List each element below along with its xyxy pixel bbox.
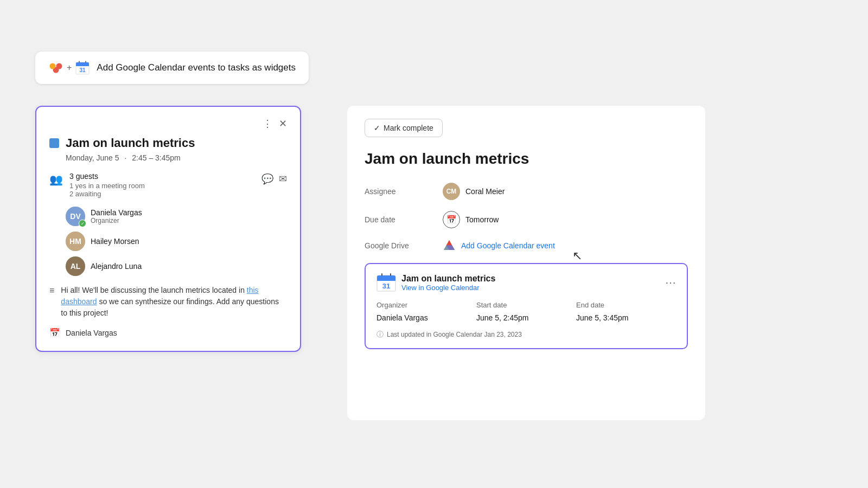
end-date-header: End date — [576, 301, 676, 309]
end-value: June 5, 3:45pm — [576, 313, 676, 322]
asana-icon — [48, 60, 63, 75]
widget-event-name: Jam on launch metrics — [401, 274, 495, 284]
event-color-indicator — [49, 138, 59, 148]
event-time: Monday, June 5 · 2:45 – 3:45pm — [66, 153, 287, 162]
due-date-value: 📅 Tomorrow — [443, 211, 499, 228]
mark-complete-button[interactable]: ✓ Mark complete — [365, 119, 443, 137]
guests-info: 3 guests 1 yes in a meeting room 2 await… — [69, 172, 255, 198]
right-panel: ✓ Mark complete Jam on launch metrics As… — [347, 106, 705, 420]
svg-rect-12 — [377, 279, 395, 281]
svg-point-2 — [56, 63, 62, 69]
start-value: June 5, 2:45pm — [476, 313, 576, 322]
start-date-header: Start date — [476, 301, 576, 309]
card-menu-icon[interactable]: ⋮ — [263, 118, 272, 130]
assignee-label: Assignee — [365, 187, 430, 196]
gcal-icon: 31 — [75, 60, 90, 75]
due-date-text: Tomorrow — [465, 215, 499, 224]
check-badge: ✓ — [79, 220, 86, 227]
mail-icon[interactable]: ✉ — [279, 173, 287, 185]
svg-text:31: 31 — [382, 282, 390, 290]
widget-title-row: 31 Jam on launch metrics View in Google … — [376, 273, 495, 292]
guests-sub2: 2 awaiting — [69, 190, 255, 198]
assignee-value: CM Coral Meier — [443, 183, 505, 200]
info-icon: ⓘ — [376, 330, 384, 339]
calendar-icon: 📅 — [49, 328, 60, 338]
gdrive-value: Add Google Calendar event ↖ — [443, 239, 555, 252]
cursor-indicator: ↖ — [572, 249, 582, 263]
attendee-name: Alejandro Luna — [91, 262, 142, 271]
attendee-name: Hailey Morsen — [91, 237, 139, 246]
gdrive-icon — [443, 239, 456, 252]
guests-sub1: 1 yes in a meeting room — [69, 182, 255, 190]
assignee-avatar: CM — [443, 183, 460, 200]
assignee-name: Coral Meier — [465, 187, 505, 196]
assignee-row: Assignee CM Coral Meier — [365, 183, 688, 200]
svg-text:31: 31 — [80, 67, 86, 73]
left-card: ⋮ ✕ Jam on launch metrics Monday, June 5… — [35, 106, 301, 352]
task-title: Jam on launch metrics — [365, 150, 688, 168]
attendee-name: Daniela Vargas — [91, 208, 142, 217]
calendar-creator: 📅 Daniela Vargas — [49, 328, 287, 338]
list-item: AL Alejandro Luna — [66, 256, 287, 276]
banner-text: Add Google Calendar events to tasks as w… — [97, 62, 296, 73]
guests-count: 3 guests — [69, 172, 255, 181]
svg-point-1 — [50, 63, 56, 69]
widget-footer: ⓘ Last updated in Google Calendar Jan 23… — [376, 330, 676, 339]
list-item: HM Hailey Morsen — [66, 232, 287, 251]
event-title-row: Jam on launch metrics — [49, 136, 287, 150]
widget-menu-icon[interactable]: ⋯ — [665, 276, 676, 289]
attendee-list: DV ✓ Daniela Vargas Organizer HM Hailey … — [66, 207, 287, 276]
card-header: ⋮ ✕ — [49, 118, 287, 130]
avatar: DV ✓ — [66, 207, 85, 226]
widget-table-header: Organizer Start date End date — [376, 301, 676, 309]
due-date-label: Due date — [365, 215, 430, 224]
avatar: HM — [66, 232, 85, 251]
guests-icon: 👥 — [49, 173, 63, 186]
attendee-role: Organizer — [91, 217, 142, 224]
guests-actions: 💬 ✉ — [261, 173, 287, 185]
calendar-due-icon: 📅 — [443, 211, 460, 228]
checkmark-icon: ✓ — [374, 124, 380, 132]
svg-rect-5 — [76, 65, 89, 66]
add-calendar-event-link[interactable]: Add Google Calendar event — [461, 241, 555, 250]
view-in-gcal-link[interactable]: View in Google Calendar — [401, 284, 495, 292]
plus-separator: + — [67, 63, 72, 73]
gdrive-row: Google Drive Add Google Calendar event ↖ — [365, 239, 688, 252]
description-section: ≡ Hi all! We'll be discussing the launch… — [49, 285, 287, 319]
calendar-event-widget: 31 Jam on launch metrics View in Google … — [365, 263, 688, 349]
widget-header: 31 Jam on launch metrics View in Google … — [376, 273, 676, 292]
widget-table: Organizer Start date End date Daniela Va… — [376, 301, 676, 322]
card-close-icon[interactable]: ✕ — [279, 118, 287, 130]
guests-section: 👥 3 guests 1 yes in a meeting room 2 awa… — [49, 172, 287, 198]
organizer-header: Organizer — [376, 301, 476, 309]
gcal-widget-icon: 31 — [376, 273, 396, 292]
widget-table-row: Daniela Vargas June 5, 2:45pm June 5, 3:… — [376, 313, 676, 322]
due-date-row: Due date 📅 Tomorrow — [365, 211, 688, 228]
chat-icon[interactable]: 💬 — [261, 173, 273, 185]
list-item: DV ✓ Daniela Vargas Organizer — [66, 207, 287, 226]
banner-icons: + 31 — [48, 60, 90, 75]
description-text: Hi all! We'll be discussing the launch m… — [61, 285, 287, 319]
creator-name: Daniela Vargas — [66, 329, 117, 337]
event-title: Jam on launch metrics — [66, 136, 195, 150]
top-banner: + 31 Add Google Calendar events to tasks… — [35, 52, 309, 84]
description-icon: ≡ — [49, 286, 54, 296]
last-updated-text: Last updated in Google Calendar Jan 23, … — [387, 331, 522, 338]
organizer-value: Daniela Vargas — [376, 313, 476, 322]
avatar: AL — [66, 256, 85, 276]
gdrive-label: Google Drive — [365, 241, 430, 250]
